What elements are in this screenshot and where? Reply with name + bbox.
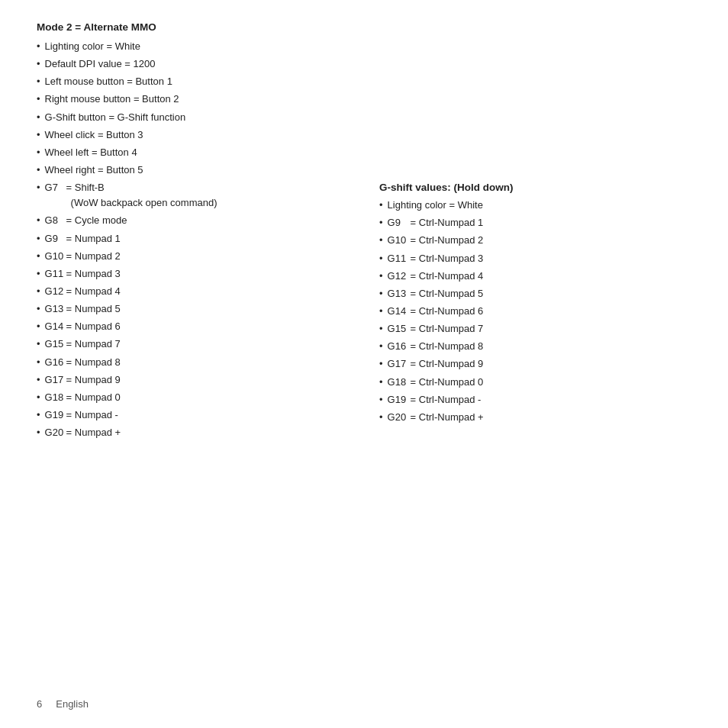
bullet-icon: • bbox=[37, 425, 40, 440]
list-item: •Wheel left = Button 4 bbox=[37, 145, 691, 160]
list-item: •G17= Ctrl-Numpad 9 bbox=[379, 356, 691, 372]
list-item: •G11= Ctrl-Numpad 3 bbox=[379, 251, 691, 266]
bullet-icon: • bbox=[37, 92, 40, 107]
list-item: •G16= Numpad 8 bbox=[37, 355, 349, 370]
list-item: •G12= Ctrl-Numpad 4 bbox=[379, 269, 691, 284]
bullet-icon: • bbox=[379, 392, 383, 407]
bullet-icon: • bbox=[37, 266, 40, 282]
bullet-icon: • bbox=[37, 355, 40, 370]
bullet-icon: • bbox=[379, 321, 383, 337]
bullet-icon: • bbox=[379, 375, 383, 390]
list-item: •G17= Numpad 9 bbox=[37, 372, 349, 388]
footer: 6 English bbox=[37, 698, 89, 710]
bullet-icon: • bbox=[37, 127, 40, 143]
bullet-icon: • bbox=[379, 198, 383, 213]
list-item: •G14= Numpad 6 bbox=[37, 319, 349, 334]
list-item: •G13= Ctrl-Numpad 5 bbox=[379, 286, 691, 301]
list-item: •G15= Numpad 7 bbox=[37, 337, 349, 352]
list-item: •G8= Cycle mode bbox=[37, 213, 349, 228]
bullet-icon: • bbox=[37, 284, 40, 299]
bullet-icon: • bbox=[379, 286, 383, 301]
list-item: •Left mouse button = Button 1 bbox=[37, 74, 691, 89]
bullet-icon: • bbox=[37, 390, 40, 405]
list-item: •G14= Ctrl-Numpad 6 bbox=[379, 304, 691, 319]
right-list: •Lighting color = White•G9= Ctrl-Numpad … bbox=[379, 198, 691, 425]
bullet-icon: • bbox=[37, 145, 40, 160]
bullet-icon: • bbox=[37, 39, 40, 54]
list-item: •Lighting color = White bbox=[379, 198, 691, 213]
list-item: •Default DPI value = 1200 bbox=[37, 56, 691, 72]
bullet-icon: • bbox=[379, 356, 383, 372]
list-item: •Right mouse button = Button 2 bbox=[37, 92, 691, 107]
list-item: •Lighting color = White bbox=[37, 39, 691, 54]
list-item: •G9= Ctrl-Numpad 1 bbox=[379, 215, 691, 230]
bullet-icon: • bbox=[37, 74, 40, 89]
bullet-icon: • bbox=[379, 410, 383, 425]
bullet-icon: • bbox=[37, 110, 40, 125]
list-item: •G19= Numpad - bbox=[37, 407, 349, 423]
bullet-icon: • bbox=[37, 249, 40, 264]
footer-page-number: 6 bbox=[37, 698, 42, 710]
list-item: •G10= Ctrl-Numpad 2 bbox=[379, 233, 691, 248]
bullet-icon: • bbox=[37, 180, 40, 195]
page-content: Mode 2 = Alternate MMO •Lighting color =… bbox=[0, 0, 728, 465]
bullet-icon: • bbox=[37, 319, 40, 334]
list-item: •G18= Ctrl-Numpad 0 bbox=[379, 375, 691, 390]
list-item: •G-Shift button = G-Shift function bbox=[37, 110, 691, 125]
two-column-section: •G7= Shift-B(WoW backpack open command)•… bbox=[37, 180, 691, 443]
bullet-icon: • bbox=[379, 269, 383, 284]
list-item: •G13= Numpad 5 bbox=[37, 301, 349, 317]
list-item: •G20= Numpad + bbox=[37, 425, 349, 440]
list-item: •G7= Shift-B(WoW backpack open command) bbox=[37, 180, 349, 211]
footer-language: English bbox=[56, 698, 89, 710]
list-item: •G20= Ctrl-Numpad + bbox=[379, 410, 691, 425]
mode-title: Mode 2 = Alternate MMO bbox=[37, 21, 691, 33]
bullet-icon: • bbox=[37, 372, 40, 388]
list-item: •G11= Numpad 3 bbox=[37, 266, 349, 282]
list-item: •G9= Numpad 1 bbox=[37, 231, 349, 246]
left-column: •G7= Shift-B(WoW backpack open command)•… bbox=[37, 180, 364, 443]
bullet-icon: • bbox=[379, 215, 383, 230]
bullet-icon: • bbox=[379, 251, 383, 266]
list-item: •G15= Ctrl-Numpad 7 bbox=[379, 321, 691, 337]
list-item: •Wheel right = Button 5 bbox=[37, 163, 691, 178]
bullet-icon: • bbox=[37, 163, 40, 178]
right-column: G-shift values: (Hold down) •Lighting co… bbox=[364, 180, 691, 443]
bullet-icon: • bbox=[379, 233, 383, 248]
list-item: •G19= Ctrl-Numpad - bbox=[379, 392, 691, 407]
list-item: •Wheel click = Button 3 bbox=[37, 127, 691, 143]
left-list: •G7= Shift-B(WoW backpack open command)•… bbox=[37, 180, 349, 440]
bullet-icon: • bbox=[37, 301, 40, 317]
bullet-icon: • bbox=[37, 213, 40, 228]
bullet-icon: • bbox=[37, 407, 40, 423]
list-item: •G12= Numpad 4 bbox=[37, 284, 349, 299]
right-heading: G-shift values: (Hold down) bbox=[379, 182, 691, 193]
list-item: •G10= Numpad 2 bbox=[37, 249, 349, 264]
pre-list: •Lighting color = White•Default DPI valu… bbox=[37, 39, 691, 178]
bullet-icon: • bbox=[379, 304, 383, 319]
bullet-icon: • bbox=[37, 337, 40, 352]
list-item: •G18= Numpad 0 bbox=[37, 390, 349, 405]
bullet-icon: • bbox=[379, 339, 383, 354]
bullet-icon: • bbox=[37, 231, 40, 246]
bullet-icon: • bbox=[37, 56, 40, 72]
list-item: •G16= Ctrl-Numpad 8 bbox=[379, 339, 691, 354]
